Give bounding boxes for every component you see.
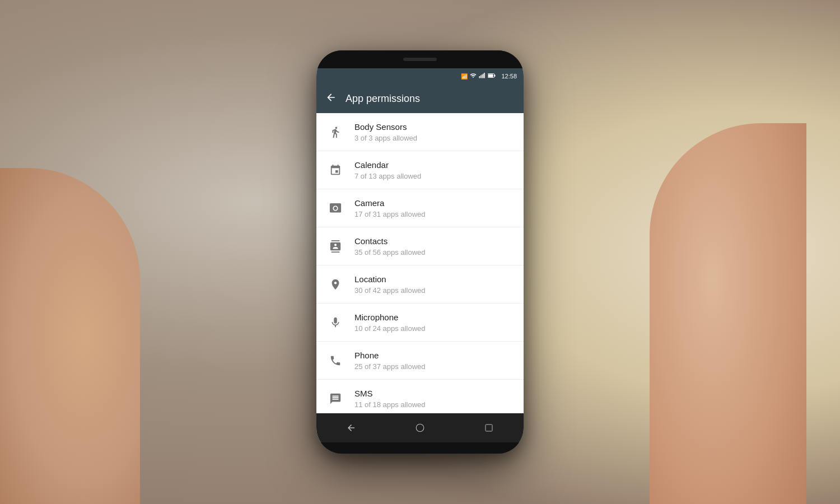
permission-item-microphone[interactable]: Microphone 10 of 24 apps allowed bbox=[316, 304, 524, 342]
permission-item-sms[interactable]: SMS 11 of 18 apps allowed bbox=[316, 380, 524, 413]
svg-point-8 bbox=[416, 424, 424, 432]
status-icons: 📶 bbox=[461, 72, 496, 80]
phone-name: Phone bbox=[354, 350, 515, 361]
microphone-name: Microphone bbox=[354, 312, 515, 323]
contacts-text: Contacts 35 of 56 apps allowed bbox=[354, 236, 515, 256]
hand-right bbox=[650, 123, 806, 504]
svg-rect-0 bbox=[479, 76, 480, 78]
app-bar-title: App permissions bbox=[346, 93, 420, 105]
phone-screen: 📶 12:58 App permis bbox=[316, 68, 524, 442]
location-sub: 30 of 42 apps allowed bbox=[354, 286, 515, 295]
hand-left bbox=[0, 168, 140, 504]
calendar-sub: 7 of 13 apps allowed bbox=[354, 172, 515, 180]
contacts-icon bbox=[325, 236, 346, 256]
battery-icon bbox=[488, 73, 496, 80]
nav-bar bbox=[316, 413, 524, 442]
body-sensors-text: Body Sensors 3 of 3 apps allowed bbox=[354, 122, 515, 142]
microphone-sub: 10 of 24 apps allowed bbox=[354, 324, 515, 333]
phone-icon bbox=[325, 351, 346, 371]
location-name: Location bbox=[354, 274, 515, 285]
permission-item-body-sensors[interactable]: Body Sensors 3 of 3 apps allowed bbox=[316, 113, 524, 151]
svg-rect-2 bbox=[482, 74, 483, 78]
permission-item-contacts[interactable]: Contacts 35 of 56 apps allowed bbox=[316, 227, 524, 265]
nav-back-button[interactable] bbox=[339, 416, 363, 440]
sms-icon bbox=[325, 389, 346, 409]
camera-sub: 17 of 31 apps allowed bbox=[354, 210, 515, 218]
microphone-text: Microphone 10 of 24 apps allowed bbox=[354, 312, 515, 333]
svg-rect-6 bbox=[494, 74, 496, 77]
wifi-icon bbox=[470, 72, 477, 80]
calendar-text: Calendar 7 of 13 apps allowed bbox=[354, 160, 515, 180]
location-icon bbox=[325, 274, 346, 295]
svg-rect-4 bbox=[484, 73, 486, 78]
phone-device: 📶 12:58 App permis bbox=[316, 50, 524, 454]
status-time: 12:58 bbox=[501, 73, 517, 80]
sms-sub: 11 of 18 apps allowed bbox=[354, 400, 515, 409]
status-bar: 📶 12:58 bbox=[316, 68, 524, 84]
phone-bottom-bar bbox=[316, 442, 524, 454]
permissions-list: Body Sensors 3 of 3 apps allowed Calenda… bbox=[316, 113, 524, 413]
svg-rect-1 bbox=[480, 76, 482, 78]
camera-name: Camera bbox=[354, 198, 515, 209]
svg-rect-3 bbox=[483, 74, 484, 78]
permission-item-camera[interactable]: Camera 17 of 31 apps allowed bbox=[316, 189, 524, 227]
back-button[interactable] bbox=[325, 92, 337, 106]
scene: 📶 12:58 App permis bbox=[0, 0, 840, 504]
calendar-name: Calendar bbox=[354, 160, 515, 171]
nav-home-button[interactable] bbox=[408, 416, 432, 440]
phone-sub: 25 of 37 apps allowed bbox=[354, 362, 515, 371]
body-sensors-name: Body Sensors bbox=[354, 122, 515, 133]
calendar-icon bbox=[325, 160, 346, 180]
signal-icon bbox=[479, 72, 486, 80]
phone-top-bar bbox=[316, 50, 524, 68]
contacts-name: Contacts bbox=[354, 236, 515, 247]
bluetooth-icon: 📶 bbox=[461, 73, 468, 80]
body-sensors-icon bbox=[325, 122, 346, 142]
svg-rect-7 bbox=[488, 74, 493, 77]
permission-item-phone[interactable]: Phone 25 of 37 apps allowed bbox=[316, 342, 524, 380]
sms-text: SMS 11 of 18 apps allowed bbox=[354, 388, 515, 409]
contacts-sub: 35 of 56 apps allowed bbox=[354, 248, 515, 256]
phone-speaker bbox=[403, 58, 437, 61]
permission-item-location[interactable]: Location 30 of 42 apps allowed bbox=[316, 265, 524, 304]
microphone-icon bbox=[325, 312, 346, 333]
location-text: Location 30 of 42 apps allowed bbox=[354, 274, 515, 295]
body-sensors-sub: 3 of 3 apps allowed bbox=[354, 134, 515, 142]
app-bar: App permissions bbox=[316, 84, 524, 113]
camera-text: Camera 17 of 31 apps allowed bbox=[354, 198, 515, 218]
svg-rect-9 bbox=[486, 424, 492, 431]
camera-icon bbox=[325, 198, 346, 218]
nav-recents-button[interactable] bbox=[477, 416, 501, 440]
sms-name: SMS bbox=[354, 388, 515, 399]
phone-text: Phone 25 of 37 apps allowed bbox=[354, 350, 515, 371]
permission-item-calendar[interactable]: Calendar 7 of 13 apps allowed bbox=[316, 151, 524, 189]
